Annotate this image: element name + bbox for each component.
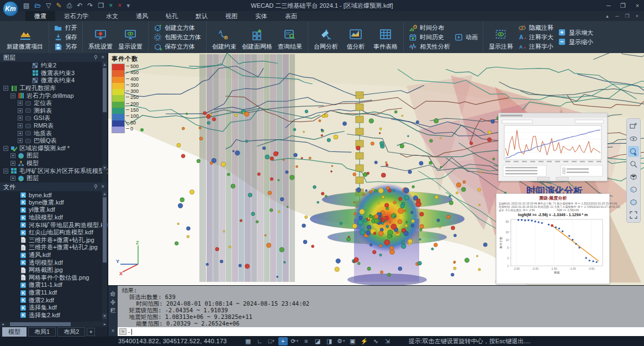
annotation-font-larger-button[interactable]: A注释字大 [517, 33, 555, 41]
redo-icon[interactable]: ↷ [87, 0, 93, 11]
pin-icon[interactable]: ⚲ [94, 182, 98, 191]
layer-tree-item[interactable]: +图层 [0, 175, 108, 182]
create-cube-button[interactable]: 创建立方体 [152, 23, 202, 32]
save-as-button[interactable]: 另存 [53, 42, 78, 51]
console-output[interactable]: 结果: 筛选出数量: 639 时间范围: 2024-08-01 01:08:14… [118, 286, 644, 327]
magnifier-button[interactable] [628, 159, 639, 170]
collapse-icon[interactable]: − [3, 169, 8, 174]
file-list-item[interactable]: K微震2.kdf [0, 296, 108, 304]
ortho-icon[interactable]: ∟ [255, 337, 265, 345]
maximize-button[interactable]: ❐ [616, 0, 630, 11]
orbit-mouse-button[interactable] [628, 146, 639, 157]
collapse-icon[interactable]: − [10, 93, 15, 98]
save-cube-button[interactable]: 保存立方体 [152, 42, 202, 51]
grid-icon[interactable]: ▦ [244, 337, 253, 345]
minimize-button[interactable]: ─ [602, 0, 615, 11]
fit-view-button[interactable] [628, 209, 639, 221]
snap-icon[interactable]: + [278, 337, 288, 345]
vertical-scrollbar[interactable]: ▲▼ [102, 62, 107, 182]
zoom-window-button[interactable] [628, 120, 639, 132]
file-list-item[interactable]: 网格事件个数估值.png [0, 274, 108, 282]
tab-水文[interactable]: 水文 [97, 11, 127, 21]
layout-tab-布局2[interactable]: 布局2 [57, 327, 85, 337]
layer-tree-item[interactable]: +GSI表 [0, 114, 108, 122]
scrollbar-thumb[interactable] [103, 197, 107, 263]
layer-tree-item[interactable]: −区域岩爆预测.kdf * [0, 145, 108, 153]
expand-icon[interactable]: + [18, 131, 23, 136]
open-icon[interactable]: 🗁 [34, 0, 41, 11]
rotate-mode-icon[interactable]: ⟳▾ [290, 337, 299, 345]
create-constraint-button[interactable]: AB创建约束 [210, 22, 238, 52]
tab-钻孔[interactable]: 钻孔 [157, 11, 187, 21]
console-tab[interactable]: 命令栏× [108, 286, 118, 336]
orbit-button[interactable] [628, 133, 639, 144]
layer-tree-item[interactable]: 微震表约束3 [0, 70, 108, 77]
file-list-item[interactable]: K地脱模型.kdf [0, 214, 108, 222]
tab-通风[interactable]: 通风 [127, 11, 157, 21]
child-close-button[interactable]: × [632, 11, 642, 21]
new-file-icon[interactable]: ▤ [23, 0, 29, 11]
network-analysis-button[interactable]: 台网分析 [312, 22, 340, 52]
system-settings-button[interactable]: 系统设置 [87, 22, 114, 52]
file-list-item[interactable]: K透明模型.kdf [0, 259, 108, 266]
delete-teal-icon[interactable]: × [109, 0, 113, 11]
close-icon[interactable]: × [101, 53, 104, 62]
selection-mode-icon[interactable]: □▾ [267, 337, 276, 345]
tab-岩石力学[interactable]: 岩石力学 [55, 11, 97, 21]
tab-视图[interactable]: 视图 [217, 11, 246, 21]
file-list-item[interactable]: K选择集2.kdf [0, 312, 108, 319]
dropdown-icon[interactable]: ▾ [126, 0, 130, 11]
command-input[interactable]: > - [118, 327, 644, 336]
new-project-button[interactable]: 新建微震项目 [5, 22, 45, 52]
scene-3d[interactable]: 事件个数 500450400350300250200150100500 ZXY … [108, 53, 644, 285]
scrollbar-thumb[interactable] [103, 68, 107, 112]
print-icon[interactable]: ⎙ [67, 0, 72, 11]
layer-tree-item[interactable]: −工程孔数据库 [0, 85, 108, 92]
fullscreen-icon[interactable]: ⇲ [383, 337, 392, 345]
file-list-item[interactable]: K红尖山地层构造模型.kdf [0, 229, 108, 237]
create-mesh-button[interactable]: 创建面网格 [240, 22, 274, 52]
line-style-icon[interactable]: ≡ [302, 337, 311, 345]
event-table-button[interactable]: 事件表格 [372, 22, 399, 52]
query-results-button[interactable]: 查询结果 [276, 22, 304, 52]
animation-button[interactable]: 动画 [453, 33, 479, 41]
tab-表面[interactable]: 表面 [276, 11, 306, 21]
child-restore-button[interactable]: ❐ [622, 11, 632, 21]
expand-icon[interactable]: + [18, 116, 23, 120]
layer-tree-item[interactable]: 微震表约束4 [0, 77, 108, 85]
collapse-icon[interactable]: − [3, 146, 8, 151]
cube-wire-button[interactable] [628, 171, 639, 182]
scroll-right-icon[interactable]: ► [102, 322, 108, 326]
cube-solid-button[interactable] [628, 197, 639, 208]
layer-tree-item[interactable]: +地质表 [0, 129, 108, 137]
scroll-up-icon[interactable]: ▲ [102, 62, 107, 67]
file-list-item[interactable]: 三维井巷+微震+钻孔.jpg [0, 237, 108, 244]
file-list-item[interactable]: K通风.kdf [0, 251, 108, 259]
child-minimize-button[interactable]: ─ [613, 11, 622, 21]
layer-tree-item[interactable]: −岩石力学.drillmap [0, 92, 108, 99]
pin-icon[interactable]: ⚲ [94, 53, 98, 62]
cube-icon[interactable]: ❒ [98, 0, 104, 11]
layer-tree-item[interactable]: 约束2 [0, 62, 108, 70]
file-list-item[interactable]: Kyl微震.kdf [0, 206, 108, 214]
restore-up-button[interactable]: ▴ [603, 11, 612, 21]
open-button[interactable]: 打开 [53, 23, 78, 32]
layer-tree-item[interactable]: +图层 [0, 152, 108, 160]
layout-tab-模型[interactable]: 模型 [2, 327, 27, 337]
file-list-item[interactable]: Kbyne微震.kdf [0, 199, 108, 207]
file-list-item[interactable]: 三维井巷+微震+钻孔2.jpg [0, 244, 108, 251]
save-button[interactable]: 保存 [53, 33, 78, 41]
layer-tree-item[interactable]: +测斜表 [0, 107, 108, 115]
collapse-icon[interactable]: − [3, 86, 8, 91]
layer-tree-item[interactable]: +模型 [0, 160, 108, 167]
display-settings-button[interactable]: 显示设置 [117, 22, 144, 52]
expand-icon[interactable]: + [10, 153, 15, 158]
export-icon[interactable]: ◨ [325, 337, 334, 345]
scrollbar-thumb[interactable] [10, 322, 71, 326]
layer-tree-item[interactable]: +RMR表 [0, 122, 108, 130]
annotation-font-smaller-button[interactable]: A注释字小 [517, 42, 555, 51]
close-icon[interactable]: × [101, 182, 104, 191]
undo-icon[interactable]: ↶ [77, 0, 82, 11]
run-icon[interactable]: ⚡ [360, 337, 369, 345]
time-evolution-dialog[interactable] [498, 113, 608, 181]
